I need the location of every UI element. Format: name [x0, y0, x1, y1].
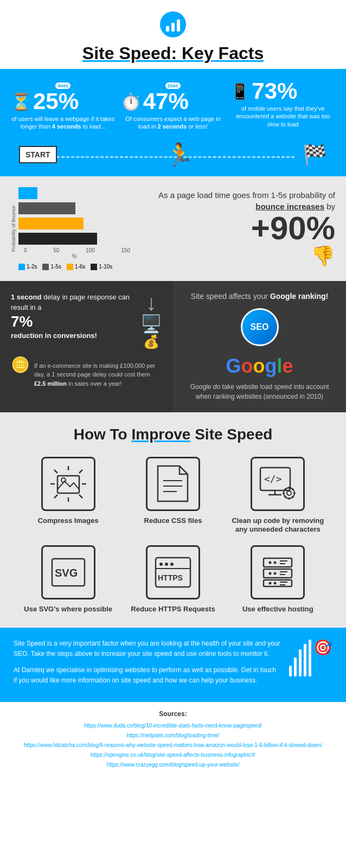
- reduction-label: reduction in conversions!: [11, 330, 135, 341]
- target-icon: 🎯: [313, 639, 332, 656]
- google-title: Site speed affects your Google ranking!: [191, 292, 328, 301]
- thumbs-down-icon: 👎: [138, 245, 335, 267]
- ecommerce-text: If an e-commerce site is making £100,000…: [34, 361, 162, 388]
- footer-chart: 🎯: [289, 639, 332, 676]
- improve-item-compress: Compress Images: [21, 457, 115, 535]
- stat-25: 4sec ⏳ 25% of users will leave a webpage…: [8, 80, 118, 131]
- compress-images-label: Compress Images: [38, 516, 99, 526]
- delay-text: 1 second delay in page response can resu…: [11, 292, 135, 313]
- delay-visual: ↓ 🖥️ 💰: [140, 292, 162, 349]
- legend-color-1-10s: [91, 264, 97, 270]
- svg-point-52: [274, 582, 277, 585]
- svg-line-11: [54, 495, 57, 498]
- clean-code-icon-box: </>: [251, 457, 305, 511]
- svg-line-8: [54, 470, 57, 473]
- svg-point-21: [287, 491, 291, 495]
- delay-text-block: 1 second delay in page response can resu…: [11, 292, 135, 341]
- use-svg-icon-box: SVG: [41, 545, 95, 599]
- bar-row-3: [18, 218, 130, 229]
- stat-73-label: of mobile users say that they've encount…: [230, 105, 335, 128]
- sources-title: Sources:: [8, 710, 338, 718]
- bounce-section: Probability of Bounce: [0, 176, 346, 281]
- compress-images-icon: [49, 465, 87, 503]
- chart-bars: [18, 187, 130, 245]
- bar-row-1: [18, 187, 130, 199]
- reduction-big: 7%: [11, 313, 135, 330]
- footer-paragraph-2: At Damteq we specialise in optimising we…: [14, 665, 281, 686]
- svg-text:HTTPS: HTTPS: [158, 573, 183, 582]
- legend-1-10s: 1-10s: [91, 264, 112, 270]
- legend-1-2s: 1-2s: [18, 264, 37, 270]
- source-link-5[interactable]: https://www.crazyegg.com/blog/speed-up-y…: [8, 760, 338, 770]
- logo: [159, 11, 187, 38]
- use-svg-label: Use SVG's where possible: [24, 605, 112, 614]
- stats-row: 4sec ⏳ 25% of users will leave a webpage…: [8, 80, 338, 131]
- stat-73: 📱 73% of mobile users say that they've e…: [228, 80, 338, 128]
- svg-rect-34: [156, 558, 190, 587]
- footer-text: Site Speed is a very important factor wh…: [14, 639, 281, 691]
- compress-images-icon-box: [41, 457, 95, 511]
- bounce-percent: +90%: [138, 212, 335, 245]
- reduce-https-icon-box: HTTPS: [146, 545, 200, 599]
- chart-legend: 1-2s 1-5s 1-6s 1-10s: [18, 264, 130, 270]
- footer-bar-1: [289, 666, 292, 676]
- svg-point-47: [269, 572, 272, 575]
- use-hosting-label: Use effective hosting: [242, 605, 313, 614]
- svg-rect-3: [177, 20, 180, 31]
- legend-1-5s: 1-5s: [42, 264, 61, 270]
- bar-1-6s: [18, 218, 84, 229]
- improve-grid: Compress Images Reduce CSS files: [21, 457, 325, 615]
- source-link-3[interactable]: https://www.hitcatcha.com/blog/6-reasons…: [8, 741, 338, 750]
- svg-rect-41: [264, 569, 292, 578]
- browser-preview-icon: 🖥️: [140, 314, 162, 334]
- coins-icon: 🪙: [11, 356, 30, 374]
- seo-circle: SEO: [241, 308, 279, 346]
- bounce-description: As a page load time goes from 1-5s proba…: [138, 189, 335, 212]
- reduce-https-icon: HTTPS: [153, 556, 193, 589]
- google-logo: Google: [226, 355, 293, 378]
- footer-section: Site Speed is a very important factor wh…: [0, 628, 346, 702]
- svg-point-43: [269, 561, 272, 564]
- svg-rect-42: [264, 580, 292, 586]
- bar-row-2: [18, 202, 130, 214]
- svg-point-51: [269, 582, 272, 585]
- improve-item-svg: SVG Use SVG's where possible: [21, 545, 115, 614]
- svg-rect-1: [166, 26, 169, 31]
- bounce-text: As a page load time goes from 1-5s proba…: [138, 189, 335, 267]
- source-link-2[interactable]: https://neilpatel.com/blog/loading-time/: [8, 731, 338, 741]
- improve-section: How To Improve Site Speed: [0, 412, 346, 628]
- bar-1-10s: [18, 233, 97, 245]
- sources-links: https://www.duda.co/blog/10-incredible-s…: [8, 721, 338, 770]
- reduce-css-label: Reduce CSS files: [144, 516, 202, 526]
- reduce-css-icon-box: [146, 457, 200, 511]
- footer-bar-4: [304, 644, 306, 676]
- bar-row-4: [18, 233, 130, 245]
- improve-title: How To Improve Site Speed: [11, 426, 335, 443]
- use-hosting-icon: [259, 556, 296, 589]
- source-link-4[interactable]: https://vpengine.co.uk/blog/site-speed-a…: [8, 750, 338, 760]
- improve-item-hosting: Use effective hosting: [231, 545, 325, 614]
- use-hosting-icon-box: [251, 545, 305, 599]
- svg-line-10: [79, 470, 82, 473]
- source-link-1[interactable]: https://www.duda.co/blog/10-incredible-s…: [8, 721, 338, 731]
- sources-section: Sources: https://www.duda.co/blog/10-inc…: [0, 702, 346, 778]
- clean-code-icon: </>: [258, 465, 298, 503]
- svg-text:SVG: SVG: [55, 567, 78, 579]
- footer-bar-2: [294, 658, 297, 676]
- svg-rect-2: [171, 23, 175, 31]
- x-axis-unit: %: [18, 253, 130, 259]
- footer-bar-5: [309, 640, 311, 676]
- svg-point-35: [159, 563, 163, 566]
- use-svg-icon: SVG: [49, 556, 87, 589]
- race-track: START 🏃 🏁: [8, 136, 338, 176]
- svg-point-37: [170, 563, 174, 566]
- bar-1-2s: [18, 187, 37, 199]
- legend-color-1-6s: [67, 264, 73, 270]
- flag-icon: 🏁: [303, 143, 327, 166]
- svg-line-9: [79, 495, 82, 498]
- money-icon: 💰: [140, 334, 162, 349]
- svg-text:</>: </>: [264, 473, 282, 484]
- reduce-https-label: Reduce HTTPS Requests: [131, 605, 215, 614]
- improve-item-code: </> Clean up code by rem: [231, 457, 325, 535]
- stat-47-label: Of consumers expect a web page in load i…: [121, 115, 226, 131]
